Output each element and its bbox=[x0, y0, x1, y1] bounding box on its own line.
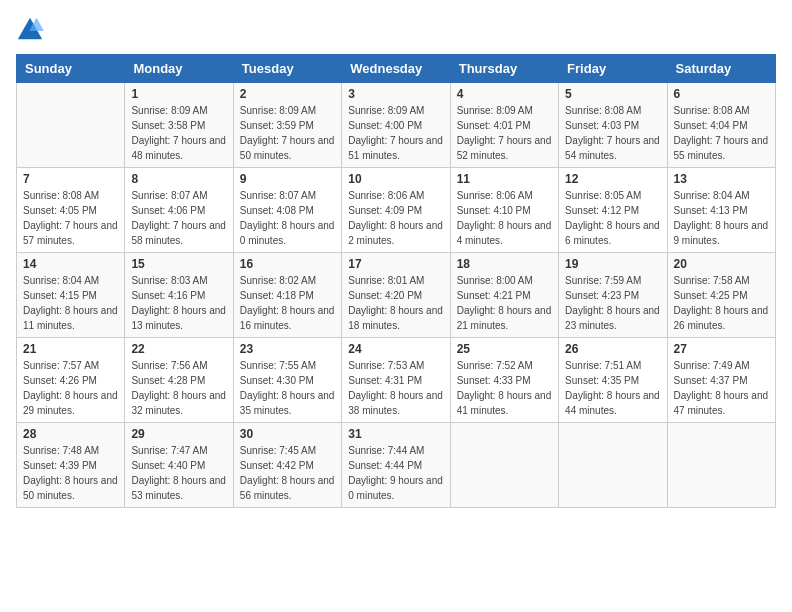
calendar-cell: 21Sunrise: 7:57 AMSunset: 4:26 PMDayligh… bbox=[17, 338, 125, 423]
day-number: 23 bbox=[240, 342, 335, 356]
weekday-header: Tuesday bbox=[233, 55, 341, 83]
day-number: 22 bbox=[131, 342, 226, 356]
calendar-cell: 1Sunrise: 8:09 AMSunset: 3:58 PMDaylight… bbox=[125, 83, 233, 168]
day-number: 15 bbox=[131, 257, 226, 271]
calendar-cell: 8Sunrise: 8:07 AMSunset: 4:06 PMDaylight… bbox=[125, 168, 233, 253]
day-info: Sunrise: 8:07 AMSunset: 4:08 PMDaylight:… bbox=[240, 188, 335, 248]
day-number: 17 bbox=[348, 257, 443, 271]
day-number: 8 bbox=[131, 172, 226, 186]
day-number: 25 bbox=[457, 342, 552, 356]
day-info: Sunrise: 8:09 AMSunset: 3:59 PMDaylight:… bbox=[240, 103, 335, 163]
day-number: 16 bbox=[240, 257, 335, 271]
day-number: 30 bbox=[240, 427, 335, 441]
calendar-cell: 5Sunrise: 8:08 AMSunset: 4:03 PMDaylight… bbox=[559, 83, 667, 168]
calendar-cell: 18Sunrise: 8:00 AMSunset: 4:21 PMDayligh… bbox=[450, 253, 558, 338]
day-info: Sunrise: 7:59 AMSunset: 4:23 PMDaylight:… bbox=[565, 273, 660, 333]
day-info: Sunrise: 8:06 AMSunset: 4:10 PMDaylight:… bbox=[457, 188, 552, 248]
day-info: Sunrise: 7:53 AMSunset: 4:31 PMDaylight:… bbox=[348, 358, 443, 418]
calendar-cell: 17Sunrise: 8:01 AMSunset: 4:20 PMDayligh… bbox=[342, 253, 450, 338]
day-number: 12 bbox=[565, 172, 660, 186]
calendar-cell: 4Sunrise: 8:09 AMSunset: 4:01 PMDaylight… bbox=[450, 83, 558, 168]
calendar-cell: 7Sunrise: 8:08 AMSunset: 4:05 PMDaylight… bbox=[17, 168, 125, 253]
calendar-cell: 31Sunrise: 7:44 AMSunset: 4:44 PMDayligh… bbox=[342, 423, 450, 508]
logo bbox=[16, 16, 48, 44]
day-number: 29 bbox=[131, 427, 226, 441]
day-info: Sunrise: 8:08 AMSunset: 4:05 PMDaylight:… bbox=[23, 188, 118, 248]
calendar-cell bbox=[450, 423, 558, 508]
calendar-week-row: 7Sunrise: 8:08 AMSunset: 4:05 PMDaylight… bbox=[17, 168, 776, 253]
calendar-cell: 29Sunrise: 7:47 AMSunset: 4:40 PMDayligh… bbox=[125, 423, 233, 508]
day-number: 4 bbox=[457, 87, 552, 101]
day-number: 21 bbox=[23, 342, 118, 356]
weekday-header-row: SundayMondayTuesdayWednesdayThursdayFrid… bbox=[17, 55, 776, 83]
weekday-header: Wednesday bbox=[342, 55, 450, 83]
calendar-cell: 20Sunrise: 7:58 AMSunset: 4:25 PMDayligh… bbox=[667, 253, 775, 338]
calendar-cell: 3Sunrise: 8:09 AMSunset: 4:00 PMDaylight… bbox=[342, 83, 450, 168]
day-info: Sunrise: 8:06 AMSunset: 4:09 PMDaylight:… bbox=[348, 188, 443, 248]
calendar-cell bbox=[667, 423, 775, 508]
weekday-header: Monday bbox=[125, 55, 233, 83]
calendar-cell: 23Sunrise: 7:55 AMSunset: 4:30 PMDayligh… bbox=[233, 338, 341, 423]
day-number: 6 bbox=[674, 87, 769, 101]
day-info: Sunrise: 7:52 AMSunset: 4:33 PMDaylight:… bbox=[457, 358, 552, 418]
day-number: 18 bbox=[457, 257, 552, 271]
day-info: Sunrise: 8:04 AMSunset: 4:15 PMDaylight:… bbox=[23, 273, 118, 333]
day-number: 24 bbox=[348, 342, 443, 356]
day-number: 14 bbox=[23, 257, 118, 271]
day-info: Sunrise: 7:58 AMSunset: 4:25 PMDaylight:… bbox=[674, 273, 769, 333]
day-number: 1 bbox=[131, 87, 226, 101]
day-info: Sunrise: 8:03 AMSunset: 4:16 PMDaylight:… bbox=[131, 273, 226, 333]
calendar-cell: 9Sunrise: 8:07 AMSunset: 4:08 PMDaylight… bbox=[233, 168, 341, 253]
calendar-cell: 30Sunrise: 7:45 AMSunset: 4:42 PMDayligh… bbox=[233, 423, 341, 508]
day-info: Sunrise: 7:56 AMSunset: 4:28 PMDaylight:… bbox=[131, 358, 226, 418]
calendar-cell bbox=[559, 423, 667, 508]
calendar-cell: 25Sunrise: 7:52 AMSunset: 4:33 PMDayligh… bbox=[450, 338, 558, 423]
day-info: Sunrise: 7:44 AMSunset: 4:44 PMDaylight:… bbox=[348, 443, 443, 503]
calendar-week-row: 28Sunrise: 7:48 AMSunset: 4:39 PMDayligh… bbox=[17, 423, 776, 508]
calendar-cell: 28Sunrise: 7:48 AMSunset: 4:39 PMDayligh… bbox=[17, 423, 125, 508]
day-info: Sunrise: 8:04 AMSunset: 4:13 PMDaylight:… bbox=[674, 188, 769, 248]
calendar-cell: 19Sunrise: 7:59 AMSunset: 4:23 PMDayligh… bbox=[559, 253, 667, 338]
day-number: 31 bbox=[348, 427, 443, 441]
calendar-cell: 22Sunrise: 7:56 AMSunset: 4:28 PMDayligh… bbox=[125, 338, 233, 423]
day-info: Sunrise: 8:08 AMSunset: 4:03 PMDaylight:… bbox=[565, 103, 660, 163]
day-number: 13 bbox=[674, 172, 769, 186]
day-number: 7 bbox=[23, 172, 118, 186]
calendar-table: SundayMondayTuesdayWednesdayThursdayFrid… bbox=[16, 54, 776, 508]
day-info: Sunrise: 8:02 AMSunset: 4:18 PMDaylight:… bbox=[240, 273, 335, 333]
day-number: 20 bbox=[674, 257, 769, 271]
weekday-header: Thursday bbox=[450, 55, 558, 83]
day-info: Sunrise: 8:07 AMSunset: 4:06 PMDaylight:… bbox=[131, 188, 226, 248]
calendar-cell: 27Sunrise: 7:49 AMSunset: 4:37 PMDayligh… bbox=[667, 338, 775, 423]
calendar-cell: 16Sunrise: 8:02 AMSunset: 4:18 PMDayligh… bbox=[233, 253, 341, 338]
calendar-week-row: 14Sunrise: 8:04 AMSunset: 4:15 PMDayligh… bbox=[17, 253, 776, 338]
weekday-header: Saturday bbox=[667, 55, 775, 83]
day-number: 28 bbox=[23, 427, 118, 441]
day-info: Sunrise: 8:01 AMSunset: 4:20 PMDaylight:… bbox=[348, 273, 443, 333]
day-info: Sunrise: 8:05 AMSunset: 4:12 PMDaylight:… bbox=[565, 188, 660, 248]
calendar-cell: 26Sunrise: 7:51 AMSunset: 4:35 PMDayligh… bbox=[559, 338, 667, 423]
calendar-cell: 14Sunrise: 8:04 AMSunset: 4:15 PMDayligh… bbox=[17, 253, 125, 338]
calendar-cell: 15Sunrise: 8:03 AMSunset: 4:16 PMDayligh… bbox=[125, 253, 233, 338]
calendar-week-row: 1Sunrise: 8:09 AMSunset: 3:58 PMDaylight… bbox=[17, 83, 776, 168]
day-info: Sunrise: 7:49 AMSunset: 4:37 PMDaylight:… bbox=[674, 358, 769, 418]
day-info: Sunrise: 8:08 AMSunset: 4:04 PMDaylight:… bbox=[674, 103, 769, 163]
calendar-cell: 10Sunrise: 8:06 AMSunset: 4:09 PMDayligh… bbox=[342, 168, 450, 253]
day-number: 9 bbox=[240, 172, 335, 186]
day-info: Sunrise: 7:48 AMSunset: 4:39 PMDaylight:… bbox=[23, 443, 118, 503]
calendar-cell: 13Sunrise: 8:04 AMSunset: 4:13 PMDayligh… bbox=[667, 168, 775, 253]
day-info: Sunrise: 8:09 AMSunset: 4:01 PMDaylight:… bbox=[457, 103, 552, 163]
day-number: 19 bbox=[565, 257, 660, 271]
day-number: 27 bbox=[674, 342, 769, 356]
header bbox=[16, 16, 776, 44]
calendar-cell: 6Sunrise: 8:08 AMSunset: 4:04 PMDaylight… bbox=[667, 83, 775, 168]
calendar-cell: 24Sunrise: 7:53 AMSunset: 4:31 PMDayligh… bbox=[342, 338, 450, 423]
calendar-cell: 2Sunrise: 8:09 AMSunset: 3:59 PMDaylight… bbox=[233, 83, 341, 168]
calendar-cell: 11Sunrise: 8:06 AMSunset: 4:10 PMDayligh… bbox=[450, 168, 558, 253]
day-number: 2 bbox=[240, 87, 335, 101]
day-number: 3 bbox=[348, 87, 443, 101]
day-info: Sunrise: 7:51 AMSunset: 4:35 PMDaylight:… bbox=[565, 358, 660, 418]
calendar-week-row: 21Sunrise: 7:57 AMSunset: 4:26 PMDayligh… bbox=[17, 338, 776, 423]
day-number: 10 bbox=[348, 172, 443, 186]
weekday-header: Friday bbox=[559, 55, 667, 83]
